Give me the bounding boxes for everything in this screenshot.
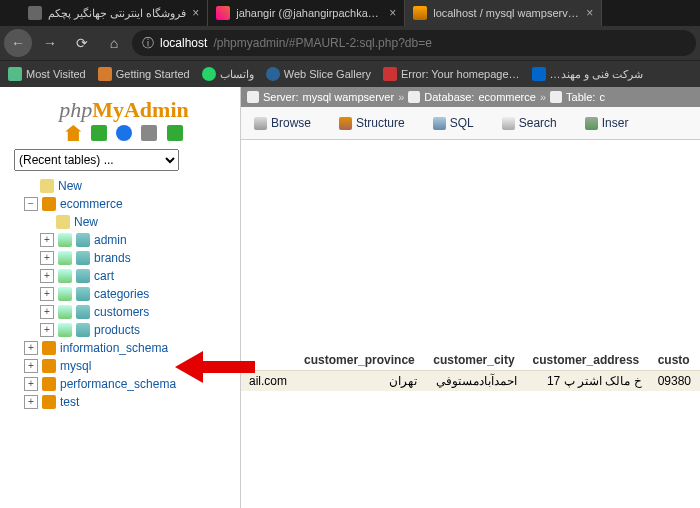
tab-sql[interactable]: SQL	[424, 111, 483, 135]
firefox-icon	[98, 67, 112, 81]
table-row[interactable]: ail.com تهران احمدآبادمستوفي خ مالک اشتر…	[241, 371, 700, 392]
go-icon[interactable]	[58, 305, 72, 319]
tree-db-mysql[interactable]: +mysql	[24, 357, 240, 375]
close-icon[interactable]: ×	[586, 6, 593, 20]
favicon-instagram	[216, 6, 230, 20]
go-icon[interactable]	[58, 269, 72, 283]
reload-button[interactable]: ⟳	[68, 29, 96, 57]
tree-label[interactable]: New	[74, 213, 98, 231]
go-icon[interactable]	[58, 287, 72, 301]
browser-tab-2[interactable]: jahangir (@jahangirpachkam) • In ×	[208, 0, 405, 26]
tree-label[interactable]: mysql	[60, 357, 91, 375]
browser-tab-strip: فروشگاه اینترنتی جهانگیر پچکم × jahangir…	[0, 0, 700, 26]
browser-tab-1[interactable]: فروشگاه اینترنتی جهانگیر پچکم ×	[20, 0, 208, 26]
bc-table[interactable]: c	[599, 91, 605, 103]
tab-browse[interactable]: Browse	[245, 111, 320, 135]
expand-icon[interactable]: +	[40, 233, 54, 247]
col-city[interactable]: customer_city	[425, 350, 524, 371]
bc-table-label: Table:	[566, 91, 595, 103]
tree-new[interactable]: New	[24, 177, 240, 195]
browser-tab-3[interactable]: localhost / mysql wampserver / ec ×	[405, 0, 602, 26]
url-input[interactable]: ⓘ localhost /phpmyadmin/#PMAURL-2:sql.ph…	[132, 30, 696, 56]
tree-table-customers[interactable]: +customers	[40, 303, 240, 321]
tab-label: Inser	[602, 116, 629, 130]
tree-table-admin[interactable]: +admin	[40, 231, 240, 249]
tree-db-performance-schema[interactable]: +performance_schema	[24, 375, 240, 393]
recent-tables-select[interactable]: (Recent tables) ...	[14, 149, 179, 171]
tree-label[interactable]: New	[58, 177, 82, 195]
col-address[interactable]: customer_address	[525, 350, 650, 371]
close-icon[interactable]: ×	[389, 6, 396, 20]
breadcrumb: Server: mysql wampserver » Database: eco…	[241, 87, 700, 107]
go-icon[interactable]	[58, 233, 72, 247]
help-icon[interactable]	[116, 125, 132, 141]
expand-icon[interactable]: +	[24, 395, 38, 409]
expand-icon[interactable]: +	[24, 341, 38, 355]
bc-db[interactable]: ecommerce	[478, 91, 535, 103]
search-icon	[502, 117, 515, 130]
logo-part-php: php	[59, 97, 92, 122]
tree-db-test[interactable]: +test	[24, 393, 240, 411]
cell-city: احمدآبادمستوفي	[425, 371, 524, 392]
expand-icon[interactable]: +	[40, 251, 54, 265]
tree-label[interactable]: admin	[94, 231, 127, 249]
sql-icon[interactable]	[141, 125, 157, 141]
tree-label[interactable]: products	[94, 321, 140, 339]
table-header-row: customer_province customer_city customer…	[241, 350, 700, 371]
tree-label[interactable]: categories	[94, 285, 149, 303]
tree-table-cart[interactable]: +cart	[40, 267, 240, 285]
tree-label[interactable]: customers	[94, 303, 149, 321]
tab-insert[interactable]: Inser	[576, 111, 638, 135]
bookmark-whatsapp[interactable]: واتساب	[202, 67, 254, 81]
expand-icon[interactable]: +	[40, 305, 54, 319]
tree-label[interactable]: cart	[94, 267, 114, 285]
table-icon	[76, 251, 90, 265]
expand-icon[interactable]: +	[24, 359, 38, 373]
bookmark-getting-started[interactable]: Getting Started	[98, 67, 190, 81]
col-next[interactable]: custo	[650, 350, 700, 371]
logout-icon[interactable]	[91, 125, 107, 141]
tree-new-table[interactable]: New	[40, 213, 240, 231]
collapse-icon[interactable]: −	[24, 197, 38, 211]
tree-label[interactable]: test	[60, 393, 79, 411]
new-icon	[40, 179, 54, 193]
tab-label: Browse	[271, 116, 311, 130]
tab-structure[interactable]: Structure	[330, 111, 414, 135]
expand-icon[interactable]: +	[40, 269, 54, 283]
tab-label: SQL	[450, 116, 474, 130]
tree-table-categories[interactable]: +categories	[40, 285, 240, 303]
tree-table-brands[interactable]: +brands	[40, 249, 240, 267]
go-icon[interactable]	[58, 251, 72, 265]
bc-server[interactable]: mysql wampserver	[302, 91, 394, 103]
bookmark-web-slice[interactable]: Web Slice Gallery	[266, 67, 371, 81]
cell-next: 09380	[650, 371, 700, 392]
new-icon	[56, 215, 70, 229]
home-button[interactable]: ⌂	[100, 29, 128, 57]
tree-label[interactable]: performance_schema	[60, 375, 176, 393]
tree-label[interactable]: information_schema	[60, 339, 168, 357]
reload-icon[interactable]	[167, 125, 183, 141]
bookmark-label: …شرکت فنی و مهند	[550, 68, 643, 81]
tree-table-products[interactable]: +products	[40, 321, 240, 339]
url-path: /phpmyadmin/#PMAURL-2:sql.php?db=e	[213, 36, 431, 50]
tree-db-ecommerce[interactable]: −ecommerce	[24, 195, 240, 213]
pma-logo: phpMyAdmin	[8, 93, 240, 125]
tree-label[interactable]: brands	[94, 249, 131, 267]
tree-db-information-schema[interactable]: +information_schema	[24, 339, 240, 357]
home-icon[interactable]	[65, 125, 81, 141]
tab-label: Structure	[356, 116, 405, 130]
bookmark-most-visited[interactable]: Most Visited	[8, 67, 86, 81]
url-host: localhost	[160, 36, 207, 50]
forward-button[interactable]: →	[36, 29, 64, 57]
expand-icon[interactable]: +	[24, 377, 38, 391]
tree-label[interactable]: ecommerce	[60, 195, 123, 213]
bookmark-error[interactable]: Error: Your homepage…	[383, 67, 520, 81]
col-province[interactable]: customer_province	[296, 350, 425, 371]
expand-icon[interactable]: +	[40, 323, 54, 337]
back-button[interactable]: ←	[4, 29, 32, 57]
bookmark-persian[interactable]: …شرکت فنی و مهند	[532, 67, 643, 81]
expand-icon[interactable]: +	[40, 287, 54, 301]
tab-search[interactable]: Search	[493, 111, 566, 135]
go-icon[interactable]	[58, 323, 72, 337]
close-icon[interactable]: ×	[192, 6, 199, 20]
